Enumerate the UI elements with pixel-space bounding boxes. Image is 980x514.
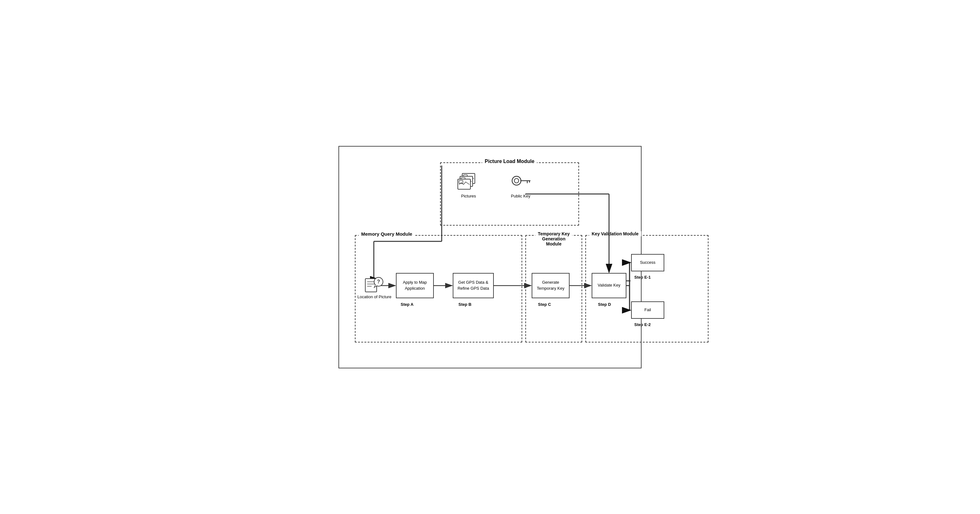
step-e2-text: Fail	[644, 307, 651, 313]
pictures-label: Pictures	[461, 194, 476, 198]
step-b-label: Step B	[458, 302, 471, 307]
step-c-text: Generate Temporary Key	[532, 279, 569, 291]
step-a-label: Step A	[401, 302, 414, 307]
step-d-box: Validate Key	[592, 273, 627, 298]
location-icon: ?	[365, 276, 384, 294]
pictures-icon-area: Pictures	[458, 172, 480, 198]
step-e1-box: Success	[631, 254, 664, 271]
step-e2-label: Step E-2	[634, 322, 651, 327]
key-icon	[509, 172, 532, 192]
diagram-container: Picture Load Module Memory Query Module …	[339, 146, 641, 368]
step-b-box: Get GPS Data & Refine GPS Data	[453, 273, 494, 298]
step-a-text: Apply to Map Application	[396, 279, 433, 291]
step-b-text: Get GPS Data & Refine GPS Data	[453, 279, 493, 291]
svg-point-7	[514, 179, 519, 183]
location-of-picture: ? Location of Picture	[357, 276, 391, 300]
step-c-box: Generate Temporary Key	[532, 273, 570, 298]
step-d-text: Validate Key	[598, 283, 620, 288]
temp-key-title: Temporary KeyGenerationModule	[536, 231, 573, 246]
location-label: Location of Picture	[357, 294, 391, 300]
memory-query-title: Memory Query Module	[359, 231, 415, 236]
svg-text:?: ?	[377, 279, 380, 284]
pictures-icon	[458, 172, 480, 192]
step-e2-box: Fail	[631, 302, 664, 319]
content-wrapper: Picture Load Module Memory Query Module …	[348, 156, 652, 358]
step-c-label: Step C	[538, 302, 551, 307]
step-e1-label: Step E-1	[634, 275, 651, 279]
public-key-label: Public Key	[511, 194, 530, 198]
step-e1-text: Success	[640, 260, 655, 265]
step-d-label: Step D	[598, 302, 611, 307]
step-a-box: Apply to Map Application	[396, 273, 434, 298]
public-key-icon-area: Public Key	[509, 172, 532, 198]
key-validation-title: Key Validation Module	[589, 231, 641, 236]
picture-load-title: Picture Load Module	[482, 159, 537, 164]
